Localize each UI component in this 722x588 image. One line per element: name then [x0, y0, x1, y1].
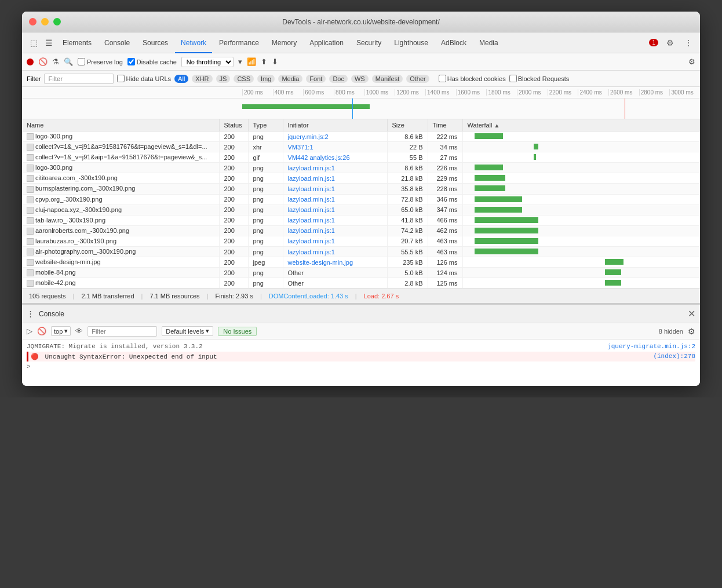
blocked-requests-checkbox[interactable]: Blocked Requests — [509, 75, 570, 82]
upload-icon[interactable]: ⬆ — [261, 57, 267, 66]
wifi-icon[interactable]: 📶 — [247, 57, 256, 66]
table-row[interactable]: alr-photography.com_-300x190.png200pngla… — [22, 247, 700, 257]
cell-status: 200 — [219, 225, 248, 236]
clear-icon[interactable]: 🚫 — [38, 57, 48, 66]
record-button[interactable] — [27, 59, 34, 65]
col-initiator[interactable]: Initiator — [283, 119, 387, 132]
table-row[interactable]: mobile-84.png200pngOther5.0 kB124 ms — [22, 268, 700, 278]
tab-lighthouse[interactable]: Lighthouse — [388, 32, 434, 53]
preserve-log-checkbox[interactable]: Preserve log — [78, 58, 123, 65]
tab-console[interactable]: Console — [99, 32, 136, 53]
filter-tag-media[interactable]: Media — [278, 75, 302, 83]
file-icon — [27, 228, 34, 235]
cell-size: 20.7 kB — [387, 236, 428, 246]
minimize-button[interactable] — [41, 18, 49, 25]
table-row[interactable]: collect?v=1&_v=j91&a=915817676&t=pagevie… — [22, 142, 700, 152]
maximize-button[interactable] — [53, 18, 61, 25]
console-message-source-0[interactable]: jquery-migrate.min.js:2 — [607, 343, 695, 350]
tab-adblock[interactable]: AdBlock — [435, 32, 472, 53]
filter-tag-other[interactable]: Other — [406, 75, 429, 83]
download-icon[interactable]: ⬇ — [272, 57, 278, 66]
cell-status: 200 — [219, 247, 248, 257]
table-row[interactable]: cititoarea.com_-300x190.png200pnglazyloa… — [22, 173, 700, 184]
search-icon[interactable]: 🔍 — [64, 57, 73, 66]
table-row[interactable]: aaronlroberts.com_-300x190.png200pnglazy… — [22, 225, 700, 236]
col-size[interactable]: Size — [387, 119, 428, 132]
table-row[interactable]: mobile-42.png200pngOther2.8 kB125 ms — [22, 278, 700, 288]
filter-icon[interactable]: ⚗ — [52, 57, 59, 66]
table-row[interactable]: collect?v=1&_v=j91&aip=1&a=915817676&t=p… — [22, 152, 700, 163]
col-waterfall[interactable]: Waterfall ▲ — [462, 119, 700, 132]
console-tab-label[interactable]: Console — [39, 310, 64, 318]
disable-cache-input[interactable] — [127, 58, 135, 65]
tab-media[interactable]: Media — [473, 32, 504, 53]
throttle-arrow-icon[interactable]: ▾ — [238, 57, 242, 66]
console-menu-icon[interactable]: ⋮ — [27, 309, 34, 318]
tab-performance[interactable]: Performance — [213, 32, 265, 53]
tab-elements[interactable]: Elements — [57, 32, 97, 53]
table-row[interactable]: tab-law.ro_-300x190.png200pnglazyload.mi… — [22, 215, 700, 225]
console-no-issues-button[interactable]: No Issues — [218, 327, 257, 336]
cell-time: 466 ms — [428, 215, 462, 225]
tab-network[interactable]: Network — [175, 32, 212, 53]
filter-tag-doc[interactable]: Doc — [329, 75, 348, 83]
console-eye-icon[interactable]: 👁 — [75, 327, 83, 335]
console-toolbar: ▷ 🚫 top ▾ 👁 Default levels ▾ No Issues 8… — [22, 323, 700, 339]
blocked-requests-input[interactable] — [509, 75, 517, 82]
table-row[interactable]: logo-300.png200pngjquery.min.js:28.6 kB2… — [22, 132, 700, 142]
table-row[interactable]: website-design-min.jpg200jpegwebsite-des… — [22, 257, 700, 268]
cell-name: cpvp.org_-300x190.png — [22, 194, 219, 204]
tab-application[interactable]: Application — [304, 32, 349, 53]
console-settings-icon[interactable]: ⚙ — [688, 327, 695, 336]
load-time: Load: 2.67 s — [364, 293, 399, 300]
table-row[interactable]: laurabuzas.ro_-300x190.png200pnglazyload… — [22, 236, 700, 246]
table-row[interactable]: cpvp.org_-300x190.png200pnglazyload.min.… — [22, 194, 700, 204]
timeline-dom-loaded-line — [352, 98, 353, 119]
col-type[interactable]: Type — [248, 119, 283, 132]
tab-security[interactable]: Security — [351, 32, 387, 53]
inspect-icon[interactable]: ⬚ — [27, 36, 41, 50]
console-levels-button[interactable]: Default levels ▾ — [162, 326, 213, 336]
tab-memory[interactable]: Memory — [266, 32, 302, 53]
col-name[interactable]: Name — [22, 119, 219, 132]
throttle-select[interactable]: No throttling — [181, 57, 234, 67]
file-icon — [27, 259, 34, 266]
disable-cache-checkbox[interactable]: Disable cache — [127, 58, 177, 65]
console-filter-input[interactable] — [87, 326, 157, 337]
top-selector[interactable]: top ▾ — [51, 326, 71, 336]
devtools-nav: ⬚ ☰ Elements Console Sources Network Per… — [22, 32, 700, 53]
col-time[interactable]: Time — [428, 119, 462, 132]
hide-data-urls-input[interactable] — [117, 75, 125, 82]
network-table-container[interactable]: Name Status Type Initiator Size Time Wat… — [22, 119, 700, 288]
settings-icon[interactable]: ⚙ — [663, 36, 677, 50]
blocked-cookies-checkbox[interactable]: Has blocked cookies — [439, 75, 506, 82]
filter-tag-xhr[interactable]: XHR — [192, 75, 212, 83]
table-row[interactable]: logo-300.png200pnglazyload.min.js:18.6 k… — [22, 163, 700, 173]
filter-tag-manifest[interactable]: Manifest — [372, 75, 403, 83]
waterfall-bar — [475, 217, 538, 223]
table-row[interactable]: burnsplastering.com_-300x190.png200pngla… — [22, 184, 700, 194]
console-close-icon[interactable]: ✕ — [688, 308, 695, 319]
console-clear-icon[interactable]: ▷ — [27, 327, 32, 335]
table-row[interactable]: cluj-napoca.xyz_-300x190.png200pnglazylo… — [22, 204, 700, 215]
filter-input[interactable] — [44, 74, 114, 84]
filter-tag-all[interactable]: All — [174, 75, 188, 83]
filter-tag-ws[interactable]: WS — [351, 75, 369, 83]
console-message-text-0: JQMIGRATE: Migrate is installed, version… — [27, 343, 203, 350]
filter-tag-img[interactable]: Img — [257, 75, 275, 83]
device-icon[interactable]: ☰ — [42, 36, 56, 50]
settings-right-icon[interactable]: ⚙ — [688, 57, 695, 66]
tab-sources[interactable]: Sources — [137, 32, 174, 53]
col-status[interactable]: Status — [219, 119, 248, 132]
filter-tag-js[interactable]: JS — [216, 75, 231, 83]
close-button[interactable] — [29, 18, 37, 25]
filter-tag-css[interactable]: CSS — [234, 75, 254, 83]
blocked-cookies-input[interactable] — [439, 75, 446, 82]
console-pause-icon[interactable]: 🚫 — [37, 327, 46, 335]
preserve-log-input[interactable] — [78, 58, 85, 65]
hide-data-urls-checkbox[interactable]: Hide data URLs — [117, 75, 171, 82]
more-icon[interactable]: ⋮ — [681, 36, 695, 50]
filter-tag-font[interactable]: Font — [306, 75, 326, 83]
console-message-source-1[interactable]: (index):278 — [653, 353, 695, 360]
console-prompt[interactable]: > — [27, 362, 695, 371]
